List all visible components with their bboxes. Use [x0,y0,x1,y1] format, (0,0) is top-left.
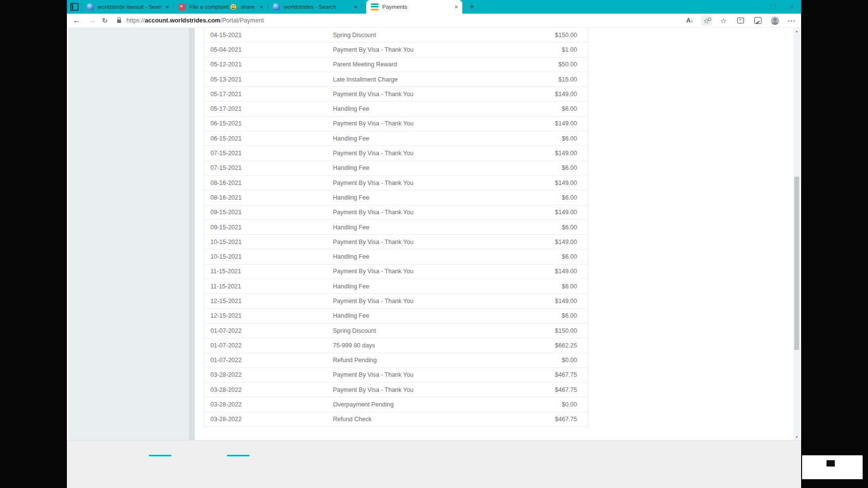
close-tab-icon[interactable]: ✕ [455,4,458,10]
edge-active-underline [149,455,171,456]
corner-logo-block [802,455,863,479]
payment-date: 12-15-2021 [204,312,333,319]
payment-description: Parent Meeting Reward [333,61,515,68]
payment-date: 07-15-2021 [204,150,333,157]
tab-separator [362,3,362,11]
payment-date: 05-13-2021 [204,76,333,83]
payment-amount: $15.00 [515,76,588,83]
maximize-button[interactable] [770,4,776,10]
payment-amount: $6.00 [515,224,588,231]
payment-date: 06-15-2021 [204,135,333,142]
payment-description: Payment By Visa - Thank You [333,386,515,393]
payment-date: 12-15-2021 [204,298,333,305]
payment-amount: $149.00 [515,91,588,98]
payment-description: Spring Discount [333,32,515,39]
payment-date: 03-28-2022 [204,386,333,393]
payment-description: Payment By Visa - Thank You [333,298,515,305]
payment-date: 03-28-2022 [204,416,333,423]
edge-browser-window: worldstride lawsuit - Search ✕ File a co… [67,0,801,440]
forward-button[interactable]: → [88,14,96,27]
payment-description: Payment By Visa - Thank You [333,46,515,53]
scroll-down-icon[interactable]: ▼ [793,434,800,440]
table-row: 05-04-2021 Payment By Visa - Thank You $… [204,42,588,57]
table-row: 05-12-2021 Parent Meeting Reward $50.00 [204,57,588,72]
web-capture-icon[interactable] [752,15,763,26]
scrollbar-thumb[interactable] [794,177,799,350]
payment-date: 01-07-2022 [204,327,333,334]
payment-date: 10-15-2021 [204,239,333,245]
payment-amount: $149.00 [515,268,588,275]
close-window-button[interactable]: ✕ [789,3,794,11]
bing-favicon-icon [273,3,280,10]
profile-avatar[interactable] [769,15,780,26]
close-tab-icon[interactable]: ✕ [260,4,264,10]
table-row: 12-15-2021 Payment By Visa - Thank You $… [204,293,588,308]
back-button[interactable]: ← [73,14,81,27]
payment-amount: $150.00 [515,32,588,39]
favorites-icon[interactable]: ☆ [718,15,729,26]
payment-date: 09-15-2021 [204,209,333,216]
settings-menu-icon[interactable]: ··· [786,15,797,26]
table-row: 06-15-2021 Handling Fee $6.00 [204,131,588,146]
payment-amount: $149.00 [515,239,588,245]
table-row: 03-28-2022 Payment By Visa - Thank You $… [204,367,588,383]
payment-amount: $467.75 [515,386,588,393]
payment-amount: $149.00 [515,180,588,186]
table-row: 08-16-2021 Payment By Visa - Thank You $… [204,175,588,190]
sidebar-divider [189,28,195,440]
portal-sidebar [68,28,189,440]
tab-worldstride-lawsuit-search[interactable]: worldstride lawsuit - Search ✕ [82,0,173,14]
new-tab-button[interactable]: + [469,0,475,13]
table-row: 05-17-2021 Handling Fee $6.00 [204,101,588,116]
payment-description: Payment By Visa - Thank You [333,209,515,216]
payment-description: Payment By Visa - Thank You [333,91,515,98]
minimize-button[interactable]: – [754,3,757,11]
tab-file-a-complaint[interactable]: File a complaint, share your ✕ [174,0,268,14]
tab-actions-menu-button[interactable] [67,0,82,14]
payment-date: 08-16-2021 [204,194,333,201]
payment-amount: $467.75 [515,371,588,378]
payment-date: 11-15-2021 [204,268,333,275]
browser-toolbar: ← → ↻ https://account.worldstrides.com/P… [67,14,801,28]
table-row: 07-15-2021 Handling Fee $6.00 [204,161,588,176]
payment-amount: $6.00 [515,312,588,319]
payment-description: Payment By Visa - Thank You [333,120,515,127]
bing-favicon-icon [87,3,94,10]
payment-amount: $6.00 [515,105,588,112]
scroll-up-icon[interactable]: ▲ [793,28,800,34]
tab-payments-active[interactable]: Payments ✕ [366,0,462,14]
table-row: 12-15-2021 Handling Fee $6.00 [204,308,588,324]
payment-amount: $149.00 [515,150,588,157]
tab-worldstrides-search[interactable]: worldstrides - Search ✕ [268,0,362,14]
table-row: 10-15-2021 Payment By Visa - Thank You $… [204,234,588,249]
tab-bar: worldstride lawsuit - Search ✕ File a co… [67,0,801,14]
complaint-site-favicon-icon [179,3,186,10]
collections-icon[interactable] [735,15,746,26]
corner-logo-mark [827,460,835,467]
table-row: 06-15-2021 Payment By Visa - Thank You $… [204,116,588,131]
payment-date: 10-15-2021 [204,253,333,260]
worldstrides-favicon-icon [371,3,378,10]
tab-title: worldstrides - Search [284,0,350,14]
table-row: 09-15-2021 Handling Fee $6.00 [204,220,588,235]
payment-date: 05-04-2021 [204,46,333,53]
read-aloud-icon[interactable]: A) [684,15,695,26]
payment-amount: $0.00 [515,401,588,408]
table-row: 09-15-2021 Payment By Visa - Thank You $… [204,205,588,220]
gear-icon [708,18,711,21]
address-bar[interactable]: https://account.worldstrides.com/Portal/… [126,14,264,27]
payment-amount: $149.00 [515,120,588,127]
table-row: 11-15-2021 Handling Fee $6.00 [204,279,588,294]
add-favorite-icon[interactable]: ☆ [701,15,712,26]
table-row: 03-28-2022 Payment By Visa - Thank You $… [204,382,588,397]
close-tab-icon[interactable]: ✕ [354,4,358,10]
payment-description: Refund Check [333,416,515,423]
close-tab-icon[interactable]: ✕ [165,4,169,10]
payment-date: 04-15-2021 [204,32,333,39]
mail-active-underline [227,455,249,456]
table-row: 03-28-2022 Refund Check $467.75 [204,412,588,427]
payment-description: Payment By Visa - Thank You [333,180,515,186]
vertical-scrollbar[interactable]: ▲ ▼ [793,28,800,440]
payment-amount: $149.00 [515,298,588,305]
refresh-button[interactable]: ↻ [102,14,108,27]
